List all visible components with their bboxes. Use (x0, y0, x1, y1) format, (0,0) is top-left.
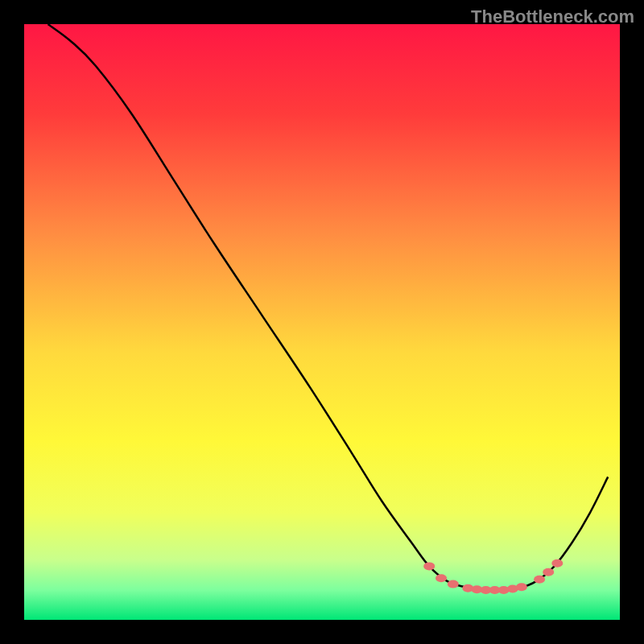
marker-point (436, 574, 447, 582)
marker-point (534, 576, 545, 584)
watermark-text: TheBottleneck.com (471, 6, 634, 27)
chart-area (24, 24, 620, 620)
marker-point (448, 580, 459, 588)
marker-point (516, 583, 527, 591)
marker-point (551, 559, 563, 568)
marker-point (423, 562, 435, 570)
marker-point (543, 568, 554, 576)
chart-svg (24, 24, 620, 620)
gradient-background (24, 24, 620, 620)
